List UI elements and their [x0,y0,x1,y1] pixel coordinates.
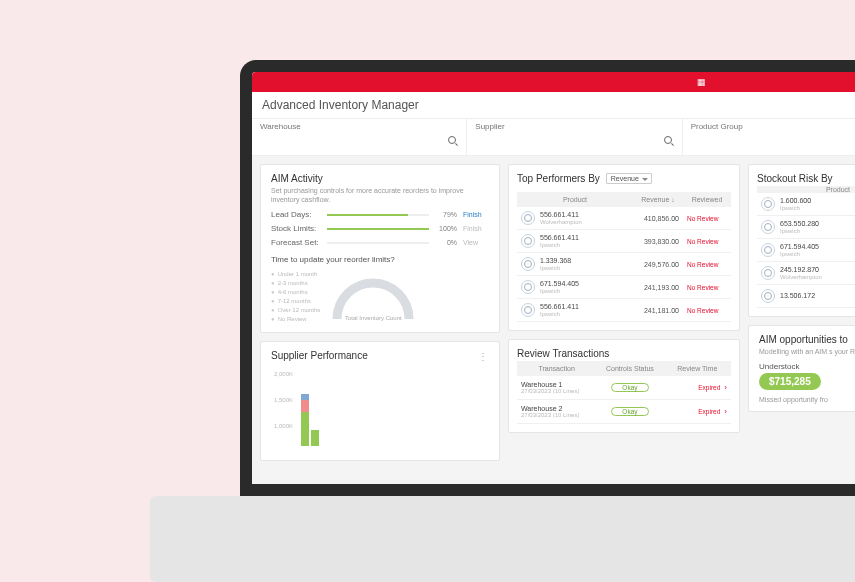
product-icon [521,257,535,271]
table-row[interactable]: 1.600.600Ipswich [757,193,855,216]
search-icon[interactable] [664,136,674,146]
aim-opportunities-card: AIM opportunities to Modelling with an A… [748,325,855,412]
more-icon[interactable]: ⋮ [478,351,489,362]
understock-label: Understock [759,362,855,371]
table-row[interactable]: 556.661.411Ipswich 393,830.00 No Review [517,230,731,253]
table-header: Transaction Controls Status Review Time [517,361,731,376]
product-icon [761,289,775,303]
app-topbar: ▦ [252,72,855,92]
product-icon [521,303,535,317]
gauge-legend: Under 1 month 2-3 months 4-6 months 7-12… [271,270,320,324]
metric-select[interactable]: Revenue [606,173,652,184]
table-header: Product Revenue ↓ Reviewed [517,192,731,207]
finish-link[interactable]: Finish [463,225,489,232]
table-row[interactable]: 556.661.411Ipswich 241,181.00 No Review [517,299,731,322]
filter-label: Warehouse [260,122,458,131]
metric-lead-days: Lead Days: 79% Finish [271,210,489,219]
table-row[interactable]: 13.506.172 [757,285,855,308]
card-subtitle: Set purchasing controls for more accurat… [271,186,489,204]
supplier-performance-chart: 2,000K 1,500K 1,000K [271,369,489,454]
missed-opportunity-text: Missed opportunity fro [759,396,855,403]
card-title: Review Transactions [517,348,731,359]
table-row[interactable]: 653.550.280Ipswich [757,216,855,239]
supplier-performance-card: Supplier Performance ⋮ 2,000K 1,500K 1,0… [260,341,500,461]
chevron-right-icon[interactable]: › [724,383,727,392]
card-title: Top Performers By Revenue [517,173,652,184]
status-badge: Okay [611,383,648,392]
product-icon [521,211,535,225]
product-icon [521,234,535,248]
card-title: Supplier Performance [271,350,368,361]
product-icon [761,266,775,280]
product-icon [761,243,775,257]
view-link[interactable]: View [463,239,489,246]
review-transactions-card: Review Transactions Transaction Controls… [508,339,740,433]
product-icon [521,280,535,294]
filter-product-group[interactable]: Product Group [683,119,855,155]
filter-bar: Warehouse Supplier Product Group Product… [252,119,855,156]
search-icon[interactable] [448,136,458,146]
table-row[interactable]: 671.594.405Ipswich 241,193.00 No Review [517,276,731,299]
stockout-risk-card: Stockout Risk By Product 1.600.600Ipswic… [748,164,855,317]
inventory-gauge-icon: Total Inventory Count [328,269,418,324]
filter-label: Product Group [691,122,855,131]
table-row[interactable]: 1.339.368Ipswich 249,576.00 No Review [517,253,731,276]
top-performers-card: Top Performers By Revenue Product Revenu… [508,164,740,331]
filter-label: Supplier [475,122,673,131]
product-icon [761,197,775,211]
metric-forecast-set: Forecast Set: 0% View [271,238,489,247]
laptop-screen: ▦ Advanced Inventory Manager Warehouse S… [240,60,855,496]
status-badge: Okay [611,407,648,416]
finish-link[interactable]: Finish [463,211,489,218]
card-title: Stockout Risk By [757,173,855,184]
chevron-right-icon[interactable]: › [724,407,727,416]
table-row[interactable]: 556.661.411Wolverhampton 410,856.00 No R… [517,207,731,230]
metric-stock-limits: Stock Limits: 100% Finish [271,224,489,233]
reorder-title: Time to update your reorder limits? [271,255,489,264]
table-row[interactable]: Warehouse 127/03/2023 (10 Lines) Okay Ex… [517,376,731,400]
grid-icon[interactable]: ▦ [697,77,707,87]
table-row[interactable]: 245.192.870Wolverhampton [757,262,855,285]
filter-supplier[interactable]: Supplier [467,119,682,155]
table-row[interactable]: 671.594.405Ipswich [757,239,855,262]
table-header: Product [757,186,855,193]
card-title: AIM Activity [271,173,489,184]
product-icon [761,220,775,234]
understock-value-badge: $715,285 [759,373,821,390]
filter-warehouse[interactable]: Warehouse [252,119,467,155]
card-title: AIM opportunities to [759,334,855,345]
aim-activity-card: AIM Activity Set purchasing controls for… [260,164,500,333]
page-title: Advanced Inventory Manager [252,92,855,119]
laptop-base [150,496,855,582]
table-row[interactable]: Warehouse 227/03/2023 (10 Lines) Okay Ex… [517,400,731,424]
card-subtitle: Modelling with an AIM s your ROI. Give i… [759,347,855,356]
